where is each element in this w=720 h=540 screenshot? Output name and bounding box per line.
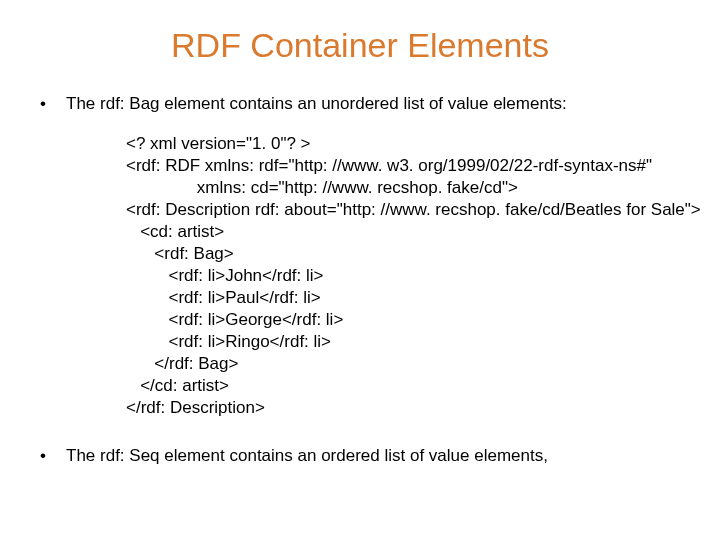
code-line: <? xml version="1. 0"? > bbox=[126, 134, 311, 153]
code-line: xmlns: cd="http: //www. recshop. fake/cd… bbox=[126, 178, 518, 197]
code-line: <cd: artist> bbox=[126, 222, 224, 241]
bullet-item-1: • The rdf: Bag element contains an unord… bbox=[40, 93, 680, 115]
code-line: </rdf: Description> bbox=[126, 398, 265, 417]
slide-title: RDF Container Elements bbox=[40, 26, 680, 65]
code-line: <rdf: li>George</rdf: li> bbox=[126, 310, 343, 329]
code-line: <rdf: li>Ringo</rdf: li> bbox=[126, 332, 331, 351]
code-line: </rdf: Bag> bbox=[126, 354, 238, 373]
code-block: <? xml version="1. 0"? > <rdf: RDF xmlns… bbox=[126, 133, 680, 419]
slide: RDF Container Elements • The rdf: Bag el… bbox=[0, 0, 720, 540]
code-line: <rdf: li>Paul</rdf: li> bbox=[126, 288, 321, 307]
bullet-text: The rdf: Seq element contains an ordered… bbox=[66, 445, 548, 467]
bullet-item-2: • The rdf: Seq element contains an order… bbox=[40, 445, 680, 467]
code-line: <rdf: Description rdf: about="http: //ww… bbox=[126, 200, 701, 219]
bullet-text: The rdf: Bag element contains an unorder… bbox=[66, 93, 567, 115]
code-line: <rdf: RDF xmlns: rdf="http: //www. w3. o… bbox=[126, 156, 652, 175]
bullet-marker: • bbox=[40, 93, 66, 115]
bullet-marker: • bbox=[40, 445, 66, 467]
code-line: </cd: artist> bbox=[126, 376, 229, 395]
code-line: <rdf: Bag> bbox=[126, 244, 234, 263]
code-line: <rdf: li>John</rdf: li> bbox=[126, 266, 323, 285]
